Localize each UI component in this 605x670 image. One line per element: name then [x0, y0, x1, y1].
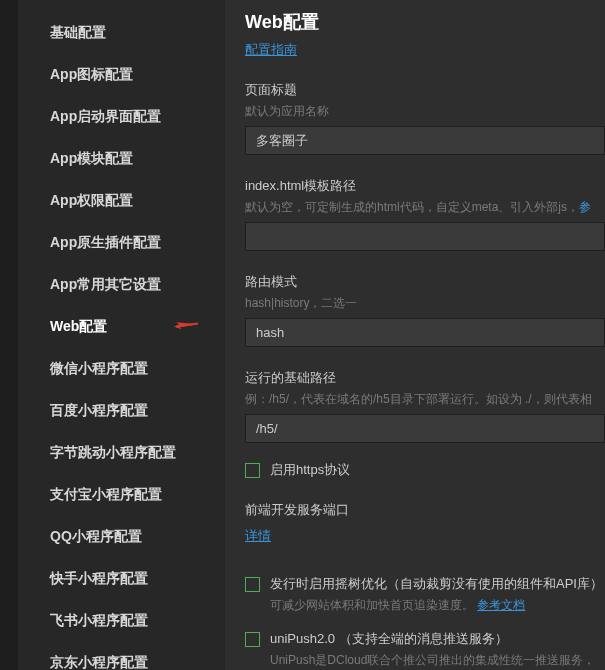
- sidebar-item-alipay[interactable]: 支付宝小程序配置: [50, 474, 225, 516]
- sidebar-item-label: Web配置: [50, 318, 107, 334]
- config-guide-link[interactable]: 配置指南: [245, 42, 297, 57]
- treeshake-doc-link[interactable]: 参考文档: [477, 598, 525, 612]
- field-dev-port: 前端开发服务端口 详情: [245, 501, 605, 545]
- sidebar-item-kuaishou[interactable]: 快手小程序配置: [50, 558, 225, 600]
- page-title-input[interactable]: [245, 126, 605, 155]
- sidebar-item-baidu[interactable]: 百度小程序配置: [50, 390, 225, 432]
- sidebar-item-app-module[interactable]: App模块配置: [50, 138, 225, 180]
- sidebar: 基础配置 App图标配置 App启动界面配置 App模块配置 App权限配置 A…: [0, 0, 225, 670]
- template-path-input[interactable]: [245, 222, 605, 251]
- field-page-title: 页面标题 默认为应用名称: [245, 81, 605, 155]
- field-label: 前端开发服务端口: [245, 501, 605, 519]
- sidebar-item-web[interactable]: Web配置: [50, 306, 225, 348]
- unipush-checkbox-row: uniPush2.0 （支持全端的消息推送服务）: [245, 630, 605, 648]
- checkbox-label: 启用https协议: [270, 461, 350, 479]
- checkbox-label: uniPush2.0 （支持全端的消息推送服务）: [270, 630, 508, 648]
- sidebar-item-wechat[interactable]: 微信小程序配置: [50, 348, 225, 390]
- template-ref-link[interactable]: 参: [579, 200, 591, 214]
- sidebar-item-basic[interactable]: 基础配置: [50, 12, 225, 54]
- sidebar-item-feishu[interactable]: 飞书小程序配置: [50, 600, 225, 642]
- sidebar-item-qq[interactable]: QQ小程序配置: [50, 516, 225, 558]
- unipush-sub: UniPush是DCloud联合个推公司推出的集成性统一推送服务，: [270, 652, 605, 669]
- page-title: Web配置: [245, 10, 605, 34]
- sidebar-item-app-icon[interactable]: App图标配置: [50, 54, 225, 96]
- treeshake-checkbox-row: 发行时启用摇树优化（自动裁剪没有使用的组件和API库）: [245, 575, 605, 593]
- content-panel: Web配置 配置指南 页面标题 默认为应用名称 index.html模板路径 默…: [225, 0, 605, 670]
- sidebar-item-jd[interactable]: 京东小程序配置: [50, 642, 225, 670]
- base-path-input[interactable]: [245, 414, 605, 443]
- https-checkbox-row: 启用https协议: [245, 461, 605, 479]
- treeshake-sub: 可减少网站体积和加快首页追染速度。 参考文档: [270, 597, 605, 614]
- sidebar-item-app-other[interactable]: App常用其它设置: [50, 264, 225, 306]
- sidebar-item-app-launch[interactable]: App启动界面配置: [50, 96, 225, 138]
- field-hint: 默认为应用名称: [245, 103, 605, 120]
- field-hint: hash|history，二选一: [245, 295, 605, 312]
- field-hint: 默认为空，可定制生成的html代码，自定义meta、引入外部js，参: [245, 199, 605, 216]
- arrow-indicator-icon: [172, 316, 200, 339]
- field-route-mode: 路由模式 hash|history，二选一: [245, 273, 605, 347]
- field-label: index.html模板路径: [245, 177, 605, 195]
- sidebar-item-app-native-plugin[interactable]: App原生插件配置: [50, 222, 225, 264]
- route-mode-input[interactable]: [245, 318, 605, 347]
- field-label: 页面标题: [245, 81, 605, 99]
- field-hint: 例：/h5/，代表在域名的/h5目录下部署运行。如设为 ./，则代表相: [245, 391, 605, 408]
- field-label: 路由模式: [245, 273, 605, 291]
- treeshake-checkbox[interactable]: [245, 577, 260, 592]
- field-label: 运行的基础路径: [245, 369, 605, 387]
- sidebar-item-app-permission[interactable]: App权限配置: [50, 180, 225, 222]
- sidebar-item-bytedance[interactable]: 字节跳动小程序配置: [50, 432, 225, 474]
- field-template-path: index.html模板路径 默认为空，可定制生成的html代码，自定义meta…: [245, 177, 605, 251]
- dev-port-detail-link[interactable]: 详情: [245, 527, 271, 545]
- field-base-path: 运行的基础路径 例：/h5/，代表在域名的/h5目录下部署运行。如设为 ./，则…: [245, 369, 605, 443]
- https-checkbox[interactable]: [245, 463, 260, 478]
- unipush-checkbox[interactable]: [245, 632, 260, 647]
- checkbox-label: 发行时启用摇树优化（自动裁剪没有使用的组件和API库）: [270, 575, 603, 593]
